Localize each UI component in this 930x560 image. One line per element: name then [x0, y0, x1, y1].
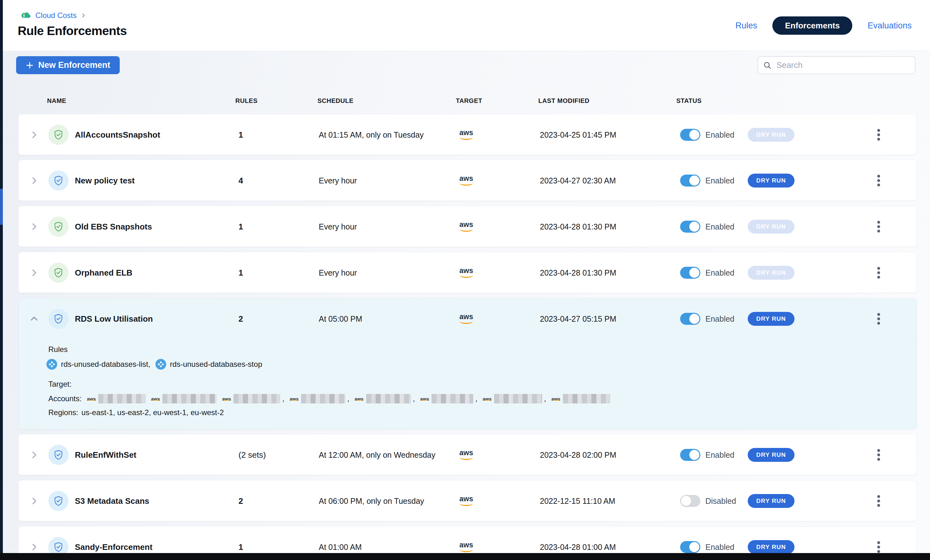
- expand-chevron-icon[interactable]: [29, 130, 39, 140]
- table-row: RuleEnfWithSet (2 sets) At 12:00 AM, onl…: [18, 434, 917, 475]
- toggle-knob: [689, 130, 699, 140]
- enforcement-name[interactable]: S3 Metadata Scans: [75, 496, 149, 506]
- column-header-schedule: SCHEDULE: [317, 97, 354, 104]
- row-menu-button[interactable]: [874, 446, 883, 464]
- aws-text: aws: [459, 313, 473, 321]
- dry-run-badge: DRY RUN: [748, 540, 795, 554]
- chevron-right-icon: [80, 12, 86, 18]
- search-input[interactable]: [776, 60, 910, 71]
- breadcrumb-link-cloud-costs[interactable]: Cloud Costs: [35, 11, 77, 20]
- enforcement-name[interactable]: AllAccountsSnapshot: [75, 130, 160, 140]
- status-cell: Enabled DRY RUN: [680, 312, 795, 326]
- rule-chip[interactable]: rds-unused-databases-list,: [46, 359, 150, 370]
- enabled-toggle[interactable]: [680, 221, 701, 233]
- details-target-label: Target:: [48, 380, 71, 388]
- rule-chip[interactable]: rds-unused-databases-stop: [156, 359, 262, 370]
- dry-run-badge: DRY RUN: [748, 494, 795, 508]
- row-menu-button[interactable]: [874, 264, 883, 282]
- redacted-account: aws: [221, 394, 280, 404]
- separator: ,: [475, 394, 477, 403]
- aws-logo-icon: aws: [458, 175, 474, 186]
- rule-enforcements-page: { "page": {"breadcrumb": "Cloud Costs", …: [0, 0, 930, 560]
- expand-chevron-icon[interactable]: [29, 222, 39, 232]
- enabled-toggle[interactable]: [680, 267, 701, 279]
- bottom-window-edge: [0, 553, 930, 560]
- schedule-text: Every hour: [319, 176, 357, 185]
- separator: ,: [544, 394, 546, 403]
- aws-text: aws: [459, 495, 473, 503]
- schedule-text: Every hour: [319, 222, 357, 232]
- table-row: Orphaned ELB 1 Every hour aws 2023-04-28…: [18, 252, 917, 293]
- schedule-text: At 06:00 PM, only on Tuesday: [319, 497, 424, 506]
- row-menu-button[interactable]: [874, 126, 883, 144]
- enforcement-name[interactable]: RDS Low Utilisation: [75, 314, 153, 324]
- tab-rules[interactable]: Rules: [735, 21, 757, 31]
- regions-values: us-east-1, us-east-2, eu-west-1, eu-west…: [82, 408, 224, 417]
- status-cell: Enabled DRY RUN: [680, 173, 795, 187]
- column-header-last-modified: LAST MODIFIED: [538, 97, 590, 104]
- status-label: Enabled: [705, 543, 743, 552]
- tab-evaluations[interactable]: Evaluations: [867, 21, 912, 31]
- details-rules-label: Rules: [48, 345, 68, 354]
- dry-run-badge: DRY RUN: [748, 312, 795, 326]
- last-modified-text: 2023-04-25 01:45 PM: [540, 130, 616, 140]
- row-menu-button[interactable]: [874, 218, 883, 235]
- rule-icon: [46, 359, 57, 370]
- enforcement-name[interactable]: Sandy-Enforcement: [75, 542, 152, 552]
- enforcement-name[interactable]: Old EBS Snapshots: [75, 222, 152, 232]
- collapsed-sidebar[interactable]: [0, 0, 3, 560]
- enabled-toggle[interactable]: [680, 495, 701, 507]
- expand-chevron-icon[interactable]: [29, 496, 39, 506]
- redacted-account: aws: [86, 394, 146, 404]
- status-cell: Enabled DRY RUN: [680, 220, 795, 233]
- redacted-account: aws: [289, 394, 345, 404]
- collapse-chevron-icon[interactable]: [29, 314, 39, 324]
- breadcrumb: $ Cloud Costs: [20, 11, 86, 20]
- separator: ,: [282, 394, 284, 403]
- redacted-account: aws: [150, 394, 217, 404]
- shield-icon: [48, 262, 69, 283]
- redacted-account: aws: [419, 394, 473, 404]
- rules-count: (2 sets): [239, 450, 266, 460]
- enabled-toggle[interactable]: [680, 313, 701, 325]
- tab-enforcements[interactable]: Enforcements: [772, 17, 852, 35]
- search-icon: [763, 61, 771, 69]
- enforcement-name[interactable]: Orphaned ELB: [75, 268, 132, 278]
- enforcement-name[interactable]: RuleEnfWithSet: [75, 450, 137, 460]
- target-cell: aws: [458, 542, 474, 553]
- new-enforcement-button[interactable]: New Enforcement: [16, 56, 120, 74]
- status-label: Enabled: [705, 176, 743, 185]
- row-menu-button[interactable]: [874, 492, 883, 510]
- status-cell: Enabled DRY RUN: [680, 540, 795, 554]
- row-menu-button[interactable]: [874, 172, 883, 189]
- enabled-toggle[interactable]: [680, 541, 701, 553]
- expand-chevron-icon[interactable]: [29, 450, 39, 460]
- enabled-toggle[interactable]: [680, 175, 701, 187]
- last-modified-text: 2023-04-28 02:00 PM: [540, 451, 616, 460]
- schedule-text: Every hour: [319, 268, 357, 278]
- aws-logo-icon: aws: [458, 449, 474, 460]
- column-header-status: STATUS: [676, 97, 702, 104]
- page-header: $ Cloud Costs Rule Enforcements Rules En…: [3, 0, 930, 51]
- last-modified-text: 2022-12-15 11:10 AM: [540, 497, 615, 506]
- regions-label: Regions:: [48, 408, 79, 417]
- row-menu-button[interactable]: [874, 310, 883, 328]
- toggle-knob: [681, 496, 691, 506]
- aws-text: aws: [459, 220, 473, 229]
- schedule-text: At 01:00 AM: [319, 543, 362, 552]
- status-label: Enabled: [705, 222, 743, 232]
- expand-chevron-icon[interactable]: [29, 268, 39, 278]
- aws-logo-icon: aws: [458, 495, 474, 507]
- rule-name: rds-unused-databases-list,: [61, 360, 150, 369]
- enabled-toggle[interactable]: [680, 449, 701, 461]
- column-header-rules: RULES: [236, 97, 257, 104]
- view-tabs: Rules Enforcements Evaluations: [735, 17, 912, 35]
- search-box: [758, 56, 916, 74]
- enabled-toggle[interactable]: [680, 129, 701, 141]
- redacted-account: aws: [551, 394, 610, 404]
- enforcement-name[interactable]: New policy test: [75, 176, 135, 186]
- expand-chevron-icon[interactable]: [29, 542, 39, 552]
- table-row: AllAccountsSnapshot 1 At 01:15 AM, only …: [18, 114, 917, 155]
- aws-logo-icon: aws: [150, 394, 161, 402]
- expand-chevron-icon[interactable]: [29, 176, 39, 185]
